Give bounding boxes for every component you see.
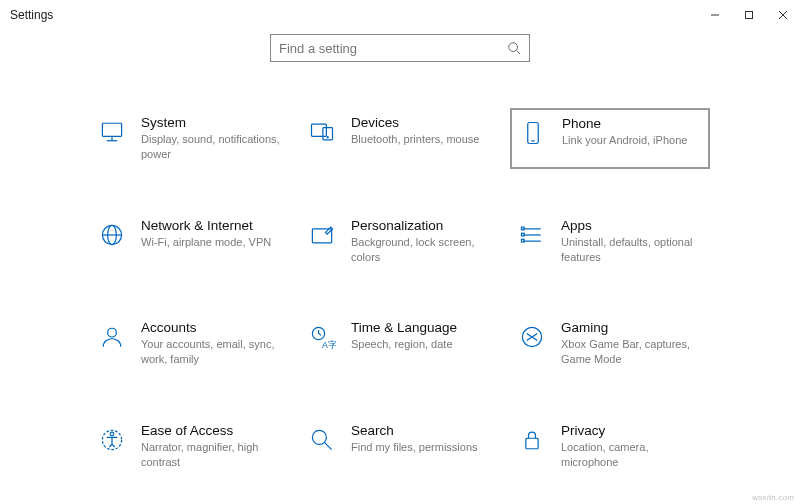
svg-rect-22 bbox=[522, 233, 525, 236]
tile-privacy[interactable]: Privacy Location, camera, microphone bbox=[510, 416, 710, 477]
tile-title: Apps bbox=[561, 218, 703, 233]
tile-desc: Find my files, permissions bbox=[351, 440, 493, 455]
window-titlebar: Settings bbox=[0, 0, 800, 30]
tile-gaming[interactable]: Gaming Xbox Game Bar, captures, Game Mod… bbox=[510, 313, 710, 374]
ease-of-access-icon bbox=[97, 425, 127, 455]
minimize-icon bbox=[710, 10, 720, 20]
svg-rect-32 bbox=[526, 438, 538, 449]
search-input[interactable]: Find a setting bbox=[270, 34, 530, 62]
svg-point-24 bbox=[108, 329, 117, 338]
tile-title: Ease of Access bbox=[141, 423, 283, 438]
tile-personalization[interactable]: Personalization Background, lock screen,… bbox=[300, 211, 500, 272]
tile-title: Time & Language bbox=[351, 320, 493, 335]
tile-desc: Xbox Game Bar, captures, Game Mode bbox=[561, 337, 703, 367]
svg-rect-9 bbox=[312, 124, 327, 136]
tile-time-language[interactable]: A字 Time & Language Speech, region, date bbox=[300, 313, 500, 374]
tile-desc: Speech, region, date bbox=[351, 337, 493, 352]
time-language-icon: A字 bbox=[307, 322, 337, 352]
phone-icon bbox=[518, 118, 548, 148]
tile-desc: Your accounts, email, sync, work, family bbox=[141, 337, 283, 367]
search-row: Find a setting bbox=[0, 34, 800, 62]
tile-desc: Background, lock screen, colors bbox=[351, 235, 493, 265]
tile-search[interactable]: Search Find my files, permissions bbox=[300, 416, 500, 477]
gaming-icon bbox=[517, 322, 547, 352]
search-icon bbox=[507, 41, 521, 55]
tile-title: Personalization bbox=[351, 218, 493, 233]
close-icon bbox=[778, 10, 788, 20]
tile-title: Search bbox=[351, 423, 493, 438]
minimize-button[interactable] bbox=[698, 0, 732, 30]
accounts-icon bbox=[97, 322, 127, 352]
search-placeholder: Find a setting bbox=[279, 41, 357, 56]
tile-desc: Wi-Fi, airplane mode, VPN bbox=[141, 235, 283, 250]
tile-ease-of-access[interactable]: Ease of Access Narrator, magnifier, high… bbox=[90, 416, 290, 477]
tile-title: System bbox=[141, 115, 283, 130]
svg-rect-21 bbox=[522, 227, 525, 230]
settings-grid: System Display, sound, notifications, po… bbox=[0, 62, 800, 504]
tile-title: Phone bbox=[562, 116, 702, 131]
svg-rect-1 bbox=[746, 12, 753, 19]
svg-rect-17 bbox=[312, 229, 331, 243]
tile-desc: Bluetooth, printers, mouse bbox=[351, 132, 493, 147]
tile-title: Network & Internet bbox=[141, 218, 283, 233]
svg-point-30 bbox=[312, 430, 326, 444]
personalization-icon bbox=[307, 220, 337, 250]
svg-point-11 bbox=[327, 137, 328, 138]
tile-accounts[interactable]: Accounts Your accounts, email, sync, wor… bbox=[90, 313, 290, 374]
privacy-icon bbox=[517, 425, 547, 455]
attribution-watermark: wsxdn.com bbox=[752, 493, 794, 502]
svg-rect-6 bbox=[102, 123, 121, 136]
tile-desc: Display, sound, notifications, power bbox=[141, 132, 283, 162]
maximize-icon bbox=[744, 10, 754, 20]
apps-icon bbox=[517, 220, 547, 250]
close-button[interactable] bbox=[766, 0, 800, 30]
svg-rect-23 bbox=[522, 239, 525, 242]
tile-apps[interactable]: Apps Uninstall, defaults, optional featu… bbox=[510, 211, 710, 272]
network-icon bbox=[97, 220, 127, 250]
tile-title: Gaming bbox=[561, 320, 703, 335]
svg-point-4 bbox=[509, 43, 518, 52]
tile-desc: Narrator, magnifier, high contrast bbox=[141, 440, 283, 470]
tile-network[interactable]: Network & Internet Wi-Fi, airplane mode,… bbox=[90, 211, 290, 272]
tile-system[interactable]: System Display, sound, notifications, po… bbox=[90, 108, 290, 169]
svg-line-5 bbox=[517, 51, 521, 55]
tile-title: Accounts bbox=[141, 320, 283, 335]
tile-title: Devices bbox=[351, 115, 493, 130]
tile-desc: Location, camera, microphone bbox=[561, 440, 703, 470]
window-controls bbox=[698, 0, 800, 30]
search-category-icon bbox=[307, 425, 337, 455]
maximize-button[interactable] bbox=[732, 0, 766, 30]
svg-line-31 bbox=[325, 443, 332, 450]
tile-devices[interactable]: Devices Bluetooth, printers, mouse bbox=[300, 108, 500, 169]
tile-title: Privacy bbox=[561, 423, 703, 438]
devices-icon bbox=[307, 117, 337, 147]
window-title: Settings bbox=[10, 8, 53, 22]
tile-phone[interactable]: Phone Link your Android, iPhone bbox=[510, 108, 710, 169]
svg-point-29 bbox=[110, 432, 114, 436]
system-icon bbox=[97, 117, 127, 147]
svg-text:A字: A字 bbox=[322, 340, 336, 350]
tile-desc: Uninstall, defaults, optional features bbox=[561, 235, 703, 265]
tile-desc: Link your Android, iPhone bbox=[562, 133, 702, 148]
